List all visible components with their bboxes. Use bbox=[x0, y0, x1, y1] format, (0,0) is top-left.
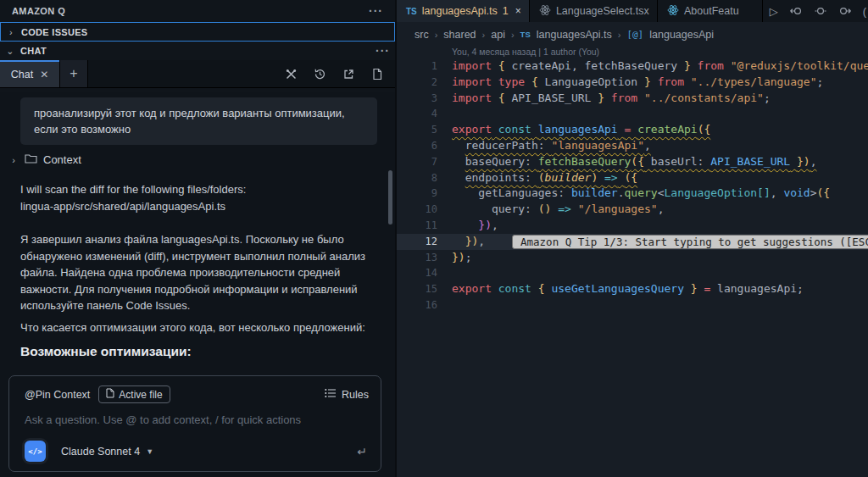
line-number: 6 bbox=[397, 138, 437, 154]
new-file-icon[interactable] bbox=[371, 68, 383, 80]
line-number: 4 bbox=[397, 106, 437, 122]
tab-aboutfeature[interactable]: AboutFeatu bbox=[658, 0, 763, 22]
breadcrumb[interactable]: src › shared › api › TS languagesApi.ts … bbox=[397, 22, 868, 47]
code-line[interactable]: 3import { API_BASE_URL } from "../consta… bbox=[397, 91, 868, 107]
editor-tabbar: TS languagesApi.ts 1 × LanguageSelect.ts… bbox=[397, 0, 868, 22]
line-content: }), bbox=[437, 218, 498, 234]
chat-tab-label: Chat bbox=[11, 69, 33, 80]
input-bottom-row: </> Claude Sonnet 4 ▼ ↵ bbox=[25, 441, 367, 462]
code-area[interactable]: You, 4 месяца назад | 1 author (You) 1im… bbox=[397, 47, 868, 477]
context-toggle[interactable]: › Context bbox=[8, 153, 81, 166]
breakpoint-icon[interactable] bbox=[814, 5, 827, 17]
input-context-row: @Pin Context Active file Rules bbox=[9, 376, 381, 403]
tab-chat[interactable]: Chat ✕ bbox=[0, 60, 59, 87]
scan-line1: I will scan the diff for the following f… bbox=[20, 181, 376, 198]
tab-languagesapi[interactable]: TS languagesApi.ts 1 × bbox=[397, 0, 530, 22]
section-code-issues[interactable]: › CODE ISSUES bbox=[0, 22, 395, 42]
file-icon bbox=[106, 388, 114, 401]
line-number: 9 bbox=[397, 186, 437, 202]
line-content: export const languagesApi = createApi({ bbox=[437, 122, 710, 138]
pin-context-button[interactable]: @Pin Context bbox=[25, 389, 90, 401]
code-editor: TS languagesApi.ts 1 × LanguageSelect.ts… bbox=[397, 0, 868, 477]
line-content: import type { LanguageOption } from "../… bbox=[437, 75, 823, 91]
chat-input-box[interactable]: @Pin Context Active file Rules Ask a que… bbox=[8, 375, 381, 472]
code-line[interactable]: 8 endpoints: (builder) => ({ bbox=[397, 170, 868, 186]
panel-header: AMAZON Q ··· bbox=[0, 0, 395, 22]
code-line[interactable]: 9 getLanguages: builder.query<LanguageOp… bbox=[397, 186, 868, 202]
folder-icon bbox=[25, 153, 37, 166]
code-line[interactable]: 10 query: () => "/languages", bbox=[397, 202, 868, 218]
breadcrumb-api[interactable]: api bbox=[491, 29, 505, 41]
tools-icon[interactable] bbox=[285, 68, 298, 80]
typescript-icon: TS bbox=[520, 30, 531, 39]
line-number: 2 bbox=[397, 75, 437, 91]
close-icon[interactable]: × bbox=[515, 5, 521, 17]
close-icon[interactable]: ✕ bbox=[40, 69, 48, 80]
rules-label: Rules bbox=[342, 389, 369, 401]
code-line[interactable]: 1import { createApi, fetchBaseQuery } fr… bbox=[397, 58, 868, 75]
line-number: 3 bbox=[397, 91, 437, 107]
code-line[interactable]: 5export const languagesApi = createApi({ bbox=[397, 122, 868, 138]
code-line[interactable]: 16 bbox=[397, 297, 868, 313]
export-icon[interactable] bbox=[342, 68, 355, 80]
codelens-annotation[interactable]: You, 4 месяца назад | 1 author (You) bbox=[397, 47, 868, 58]
breadcrumb-src[interactable]: src bbox=[415, 29, 429, 41]
react-icon bbox=[539, 4, 551, 19]
chat-more-actions-icon[interactable]: ··· bbox=[376, 44, 390, 58]
typescript-icon: TS bbox=[406, 7, 417, 16]
line-content bbox=[437, 265, 452, 281]
chevron-down-icon: ⌄ bbox=[5, 46, 15, 57]
line-content: import { createApi, fetchBaseQuery } fro… bbox=[437, 58, 868, 75]
code-line[interactable]: 6 reducerPath: "languagesApi", bbox=[397, 138, 868, 154]
breadcrumb-symbol[interactable]: languagesApi bbox=[649, 29, 714, 41]
line-number: 8 bbox=[397, 170, 437, 186]
line-content: query: () => "/languages", bbox=[437, 202, 664, 218]
line-content: }); bbox=[437, 250, 471, 266]
section-chat[interactable]: ⌄ CHAT ··· bbox=[0, 42, 395, 60]
scan-line2: lingua-app/src/shared/api/languagesApi.t… bbox=[20, 198, 376, 215]
code-line[interactable]: 13}); bbox=[397, 250, 868, 266]
chevron-right-icon: › bbox=[618, 30, 621, 40]
breadcrumb-file[interactable]: languagesApi.ts bbox=[537, 29, 612, 41]
line-content: endpoints: (builder) => ({ bbox=[437, 170, 637, 186]
code-line[interactable]: 14 bbox=[397, 265, 868, 281]
code-line[interactable]: 7 baseQuery: fetchBaseQuery({ baseUrl: A… bbox=[397, 154, 868, 170]
navigate-back-icon[interactable] bbox=[789, 5, 803, 17]
new-tab-button[interactable]: + bbox=[59, 60, 88, 87]
panel-more-actions-icon[interactable]: ··· bbox=[369, 4, 383, 18]
assistant-message-analysis: Я завершил анализ файла languagesApi.ts.… bbox=[20, 231, 376, 314]
symbol-icon: [@] bbox=[626, 29, 643, 40]
breadcrumb-shared[interactable]: shared bbox=[443, 29, 476, 41]
amazon-q-panel: AMAZON Q ··· › CODE ISSUES ⌄ CHAT ··· Ch… bbox=[0, 0, 397, 477]
line-number: 12 bbox=[397, 234, 437, 250]
run-icon[interactable]: ▷ bbox=[770, 5, 778, 18]
rules-button[interactable]: Rules bbox=[325, 388, 369, 401]
line-content: baseQuery: fetchBaseQuery({ baseUrl: API… bbox=[437, 154, 817, 170]
assistant-message-suggestions: Что касается оптимизации этого кода, вот… bbox=[20, 319, 376, 336]
code-issues-label: CODE ISSUES bbox=[21, 27, 88, 37]
line-number: 14 bbox=[397, 265, 437, 281]
line-number: 10 bbox=[397, 202, 437, 218]
tab-languageselect[interactable]: LanguageSelect.tsx bbox=[530, 0, 658, 22]
active-file-chip[interactable]: Active file bbox=[98, 385, 170, 403]
code-line[interactable]: 11 }), bbox=[397, 218, 868, 234]
app-window: AMAZON Q ··· › CODE ISSUES ⌄ CHAT ··· Ch… bbox=[0, 0, 868, 477]
chat-scrollbar[interactable] bbox=[388, 170, 392, 225]
code-line[interactable]: 4 bbox=[397, 106, 868, 122]
chevron-down-icon: ▼ bbox=[146, 447, 153, 456]
question-input[interactable]: Ask a question. Use @ to add context, / … bbox=[9, 403, 381, 426]
history-icon[interactable] bbox=[314, 68, 326, 80]
code-line[interactable]: 15export const { useGetLanguagesQuery } … bbox=[397, 281, 868, 297]
line-number: 15 bbox=[397, 281, 437, 297]
line-number: 11 bbox=[397, 218, 437, 234]
navigate-forward-icon[interactable] bbox=[838, 5, 852, 17]
code-line[interactable]: 12 }),Amazon Q Tip 1/3: Start typing to … bbox=[397, 234, 868, 250]
code-mode-button[interactable]: </> bbox=[25, 441, 46, 462]
assistant-message-scan: I will scan the diff for the following f… bbox=[20, 181, 376, 214]
chevron-right-icon: › bbox=[6, 27, 16, 37]
chat-label: CHAT bbox=[20, 46, 47, 56]
line-number: 7 bbox=[397, 154, 437, 170]
model-selector[interactable]: Claude Sonnet 4 ▼ bbox=[61, 446, 153, 458]
code-line[interactable]: 2import type { LanguageOption } from "..… bbox=[397, 75, 868, 91]
line-number: 5 bbox=[397, 122, 437, 138]
